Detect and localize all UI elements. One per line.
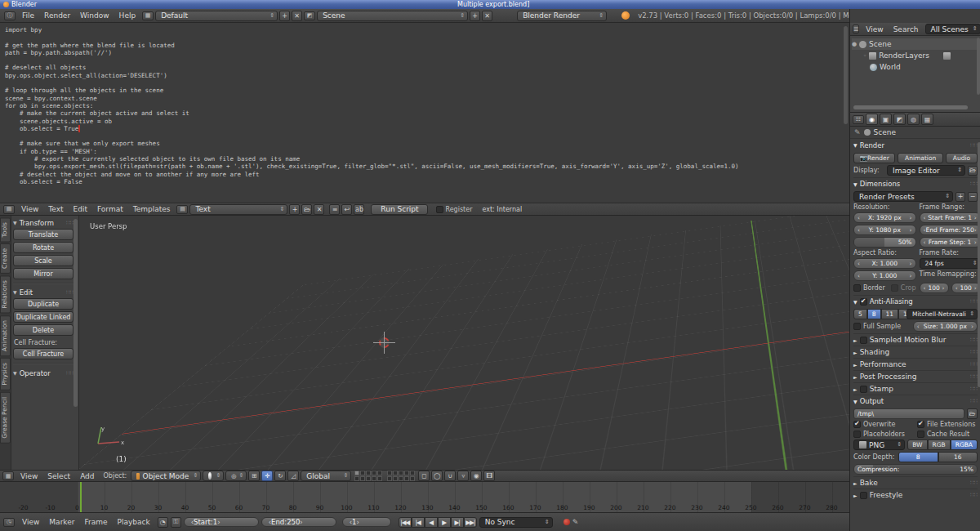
transform-button[interactable]: Rotate: [13, 242, 74, 253]
code-line[interactable]: ob.select = False: [5, 178, 849, 185]
end-frame-field[interactable]: End Frame: 250: [920, 225, 980, 235]
jump-to-end-button[interactable]: ▶▶|: [464, 517, 477, 528]
code-line[interactable]: for ob in scene.objects:: [5, 102, 849, 109]
overwrite-checkbox[interactable]: [853, 421, 861, 428]
outliner-item-world[interactable]: World: [852, 61, 979, 73]
tool-shelf-tab[interactable]: Physics: [0, 358, 11, 390]
code-line[interactable]: # make sure that we only export meshes: [5, 140, 849, 147]
tool-shelf-tab[interactable]: Create: [0, 243, 11, 274]
transform-button[interactable]: Translate: [13, 229, 74, 240]
layer-cell[interactable]: [372, 471, 376, 475]
layer-cell[interactable]: [377, 471, 382, 475]
prev-keyframe-button[interactable]: |◀: [412, 517, 425, 528]
scene-tab-icon[interactable]: ◩: [893, 114, 906, 125]
start-frame-field[interactable]: Start Frame: 1: [920, 212, 980, 223]
tool-shelf-scrollbar[interactable]: [74, 219, 78, 407]
menu-item[interactable]: Help: [114, 11, 141, 20]
resolution-x-field[interactable]: X: 1920 px: [853, 212, 916, 223]
text-editor-region[interactable]: import bpy# get the path where the blend…: [0, 23, 849, 203]
motion-blur-panel-header[interactable]: ►Sampled Motion Blur: [853, 333, 978, 346]
render-panel-header[interactable]: ▼Render: [853, 139, 978, 151]
outliner-editor-type-icon[interactable]: ☰: [853, 25, 859, 33]
dimensions-panel-header[interactable]: ▼Dimensions: [853, 177, 978, 190]
cell-fracture-button[interactable]: Cell Fracture: [13, 348, 74, 359]
layer-cell[interactable]: [399, 471, 403, 475]
screen-layout-dropdown[interactable]: Default: [155, 11, 278, 21]
code-line[interactable]: # get the path where the blend file is l…: [5, 42, 849, 49]
new-text-button[interactable]: +: [289, 204, 300, 215]
rotate-manipulator-icon[interactable]: ↻: [274, 471, 286, 481]
pin-icon[interactable]: ✎: [854, 128, 861, 136]
antialiasing-checkbox[interactable]: [860, 298, 867, 306]
viewport-3d[interactable]: User Persp x y (1): [0, 216, 849, 470]
run-script-button[interactable]: Run Script: [371, 204, 428, 215]
sync-mode-dropdown[interactable]: No Sync: [479, 517, 553, 528]
code-line[interactable]: # deselect the object and move on to ano…: [5, 171, 849, 178]
tool-shelf-tab[interactable]: Relations: [0, 275, 11, 313]
render-presets-dropdown[interactable]: Render Presets: [853, 191, 953, 202]
output-path-field[interactable]: /tmp\: [853, 408, 964, 419]
texture-tab-icon[interactable]: ▦: [921, 114, 933, 125]
remove-preset-button[interactable]: −: [968, 192, 978, 202]
register-checkbox[interactable]: [436, 206, 443, 213]
scene-icon[interactable]: ◩: [304, 11, 315, 20]
layer-cell[interactable]: [393, 471, 398, 475]
aa-samples-5-button[interactable]: 5: [853, 309, 867, 319]
scale-manipulator-icon[interactable]: ◿: [287, 471, 299, 481]
aspect-x-field[interactable]: X: 1.000: [853, 258, 916, 269]
shading-dropdown[interactable]: [203, 471, 224, 481]
menu-item[interactable]: Window: [75, 11, 114, 20]
code-line[interactable]: # loop through all the objects in the sc…: [5, 87, 849, 94]
layer-cell[interactable]: [404, 471, 409, 475]
syntax-highlight-toggle-icon[interactable]: ab: [354, 204, 364, 215]
operator-panel-header[interactable]: ▼Operator: [13, 368, 74, 378]
color-mode-rgb-button[interactable]: RGB: [928, 440, 951, 450]
bake-panel-header[interactable]: ►Bake: [853, 476, 978, 489]
mode-dropdown[interactable]: Object Mode: [131, 471, 201, 481]
delete-layout-button[interactable]: ✕: [292, 11, 302, 21]
render-animation-button[interactable]: Animation: [898, 153, 943, 163]
menu-item[interactable]: Search: [889, 25, 924, 34]
remap-old-field[interactable]: 100: [920, 283, 949, 293]
add-layout-button[interactable]: +: [279, 11, 290, 21]
menu-item[interactable]: Marker: [44, 517, 79, 527]
cursor-3d[interactable]: [379, 337, 390, 348]
code-line[interactable]: if ob.type == 'MESH':: [5, 148, 849, 155]
aa-samples-11-button[interactable]: 11: [881, 309, 899, 319]
outliner-item-renderlayers[interactable]: ◦ RenderLayers: [852, 50, 979, 61]
layers-widget-left[interactable]: [354, 471, 382, 481]
render-audio-button[interactable]: Audio: [946, 153, 978, 163]
viewport-editor-type-icon[interactable]: ▦: [2, 471, 14, 480]
properties-editor-type-icon[interactable]: ☷: [853, 115, 864, 124]
browse-output-folder-icon[interactable]: 🗁: [967, 408, 978, 419]
current-frame-field[interactable]: 1: [342, 517, 391, 527]
properties-region[interactable]: ☷ ◉ ▣ ◩ ◍ ▦ ✎ Scene ▼Render 📷 Render Ani…: [850, 113, 980, 531]
stamp-checkbox[interactable]: [860, 386, 867, 393]
edit-button[interactable]: Duplicate Linked: [13, 311, 74, 323]
edit-button[interactable]: Duplicate: [13, 298, 74, 310]
layer-cell[interactable]: [360, 471, 365, 475]
line-numbers-toggle-icon[interactable]: ≡: [329, 204, 340, 215]
code-line[interactable]: path = bpy.path.abspath('//'): [5, 49, 849, 56]
transform-panel-header[interactable]: ▼Transform: [13, 217, 74, 228]
tool-shelf-tab[interactable]: Animation: [0, 315, 11, 356]
outliner-item-scene[interactable]: ● Scene: [852, 38, 979, 50]
motion-blur-checkbox[interactable]: [860, 337, 867, 344]
layer-cell[interactable]: [410, 476, 415, 481]
layer-cell[interactable]: [393, 476, 398, 481]
orientation-dropdown[interactable]: Global: [301, 471, 351, 481]
start-frame-field[interactable]: Start:1: [184, 517, 259, 527]
menu-item[interactable]: View: [861, 25, 888, 34]
frame-step-field[interactable]: Frame Step: 1: [920, 237, 980, 248]
code-line[interactable]: [5, 132, 849, 140]
compression-slider[interactable]: Compression:15%: [853, 464, 978, 475]
object-menu-label[interactable]: Object:: [104, 472, 127, 480]
outliner-vertical-scrollbar[interactable]: [977, 38, 980, 95]
outliner-horizontal-scrollbar[interactable]: [853, 105, 968, 109]
border-checkbox[interactable]: [853, 284, 861, 292]
shading-panel-header[interactable]: ►Shading: [853, 346, 978, 358]
python-script[interactable]: import bpy# get the path where the blend…: [0, 23, 849, 185]
layers-widget-right[interactable]: [387, 471, 415, 481]
resolution-y-field[interactable]: Y: 1080 px: [853, 225, 916, 235]
text-editor-scrollbar[interactable]: [844, 26, 848, 124]
